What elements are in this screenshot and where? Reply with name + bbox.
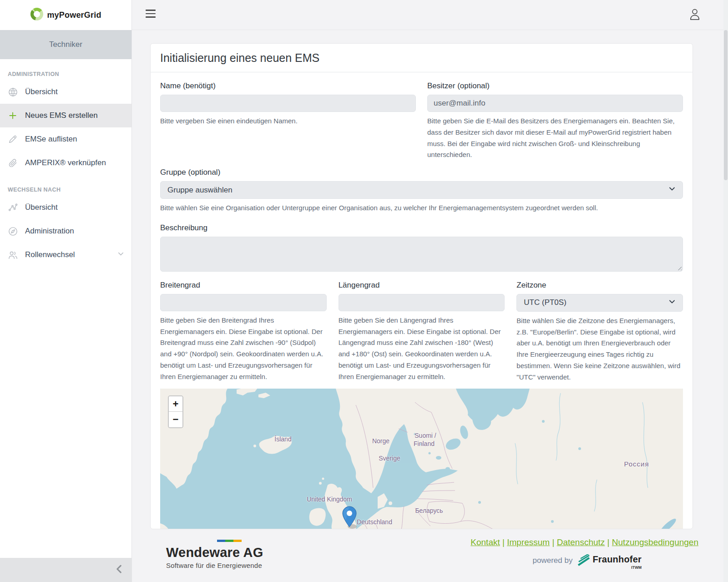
company-tagline: Software für die Energiewende [166, 562, 263, 569]
paperclip-icon [7, 157, 18, 168]
chevron-down-icon [117, 250, 124, 259]
sidebar-item-label: EMSe auflisten [25, 135, 77, 144]
chevron-down-icon [668, 185, 676, 195]
owner-help: Bitte geben Sie die E-Mail des Besitzers… [427, 116, 683, 161]
app-title: myPowerGrid [47, 10, 101, 20]
section-administration: ADMINISTRATION [8, 71, 131, 77]
field-latitude: Breitengrad Bitte geben Sie den Breiteng… [160, 281, 327, 383]
field-name: Name (benötigt) Bitte vergeben Sie einen… [160, 81, 416, 161]
scrollbar-thumb[interactable] [724, 30, 728, 180]
field-longitude: Längengrad Bitte geben Sie den Längengra… [339, 281, 505, 383]
sidebar-item-uebersicht-wechseln[interactable]: Übersicht [0, 196, 131, 219]
sidebar-item-uebersicht-admin[interactable]: Übersicht [0, 80, 131, 104]
timezone-select[interactable]: UTC (PT0S) [516, 294, 683, 312]
location-map[interactable]: Ísland Norge Suomi / Finland Sverige Uni… [160, 389, 683, 529]
sidebar-item-label: Neues EMS erstellen [25, 111, 98, 120]
chevron-left-icon [115, 565, 122, 575]
menu-toggle-button[interactable] [146, 10, 156, 20]
fraunhofer-itwm: ITWM [631, 565, 642, 570]
fraunhofer-logo: Fraunhofer ITWM [578, 554, 642, 570]
field-description: Beschreibung [160, 223, 683, 272]
card-title-row: Initialisierung eines neuen EMS [151, 44, 693, 72]
fraunhofer-name: Fraunhofer [592, 554, 642, 565]
app-root: myPowerGrid Techniker ADMINISTRATION Übe… [0, 0, 728, 582]
description-label: Beschreibung [160, 223, 683, 233]
powered-by: powered by Fraunhofer ITWM [533, 554, 642, 570]
ems-form: Name (benötigt) Bitte vergeben Sie einen… [151, 72, 693, 529]
sidebar-item-label: Administration [25, 227, 74, 236]
topbar [132, 0, 728, 30]
brand-logo[interactable]: myPowerGrid [0, 0, 131, 30]
name-help: Bitte vergeben Sie einen eindeutigen Nam… [160, 116, 416, 127]
owner-input[interactable] [427, 95, 683, 112]
chevron-down-icon [668, 298, 676, 308]
group-select[interactable]: Gruppe auswählen [160, 181, 683, 199]
longitude-help: Bitte geben Sie den Längengrad Ihres Ene… [339, 315, 505, 383]
powered-by-label: powered by [533, 556, 573, 565]
link-nutzungsbedingungen[interactable]: Nutzungsbedingungen [612, 537, 698, 547]
pencil-icon [7, 134, 18, 145]
link-impressum[interactable]: Impressum [507, 537, 550, 547]
field-timezone: Zeitzone UTC (PT0S) Bitte wählen Sie die… [516, 281, 683, 383]
section-wechseln-nach: WECHSELN NACH [8, 187, 131, 193]
description-textarea[interactable] [160, 237, 683, 272]
sidebar-collapse-button[interactable] [0, 558, 131, 582]
field-owner: Besitzer (optional) Bitte geben Sie die … [427, 81, 683, 161]
ems-init-card: Initialisierung eines neuen EMS Name (be… [150, 43, 693, 529]
latitude-help: Bitte geben Sie den Breitengrad Ihres En… [160, 315, 327, 383]
mypowergrid-logo-icon [30, 7, 44, 23]
sidebar-item-neues-ems[interactable]: Neues EMS erstellen [0, 104, 131, 127]
globe-icon [7, 86, 18, 97]
latitude-input[interactable] [160, 294, 327, 311]
link-kontakt[interactable]: Kontakt [470, 537, 500, 547]
zoom-out-button[interactable]: − [169, 412, 182, 427]
map-marker-pin[interactable] [342, 506, 357, 529]
sidebar-item-emse-auflisten[interactable]: EMSe auflisten [0, 127, 131, 151]
group-help: Bitte wählen Sie eine Organisation oder … [160, 202, 683, 214]
owner-label: Besitzer (optional) [427, 81, 683, 91]
compass-icon [7, 226, 18, 237]
name-label: Name (benötigt) [160, 81, 416, 91]
sidebar-item-label: Übersicht [25, 203, 58, 212]
timezone-help: Bitte wählen Sie die Zeitzone des Energi… [516, 315, 683, 383]
company-name: Wendeware AG [166, 545, 263, 560]
latitude-label: Breitengrad [160, 281, 327, 290]
sidebar-item-label: AMPERIX® verknüpfen [25, 158, 106, 167]
sidebar: myPowerGrid Techniker ADMINISTRATION Übe… [0, 0, 132, 582]
network-icon [7, 202, 18, 213]
longitude-label: Längengrad [339, 281, 505, 290]
map-tiles [160, 389, 683, 529]
group-select-value: Gruppe auswählen [167, 186, 233, 195]
longitude-input[interactable] [339, 294, 505, 311]
wendeware-logo: Wendeware AG Software für die Energiewen… [166, 540, 263, 569]
main-area: Initialisierung eines neuen EMS Name (be… [132, 0, 728, 582]
link-datenschutz[interactable]: Datenschutz [557, 537, 605, 547]
users-icon [7, 249, 18, 260]
plus-icon [7, 110, 18, 121]
wendeware-color-bar-icon [217, 540, 242, 542]
timezone-select-value: UTC (PT0S) [524, 298, 566, 307]
zoom-in-button[interactable]: + [169, 396, 182, 412]
role-label: Techniker [49, 40, 82, 49]
page-title: Initialisierung eines neuen EMS [160, 51, 683, 65]
page-scrollbar[interactable] [723, 0, 728, 582]
sidebar-item-rollenwechsel[interactable]: Rollenwechsel [0, 243, 131, 267]
sidebar-item-administration[interactable]: Administration [0, 219, 131, 243]
group-label: Gruppe (optional) [160, 168, 683, 177]
fraunhofer-stripes-icon [578, 554, 590, 566]
role-bar: Techniker [0, 30, 131, 59]
map-zoom-control: + − [168, 395, 183, 428]
sidebar-item-label: Rollenwechsel [25, 250, 75, 259]
user-account-button[interactable] [689, 8, 701, 22]
sidebar-item-amperix-verknuepfen[interactable]: AMPERIX® verknüpfen [0, 151, 131, 175]
footer-links: Kontakt | Impressum | Datenschutz | Nutz… [470, 537, 698, 547]
field-group: Gruppe (optional) Gruppe auswählen Bitte… [160, 168, 683, 214]
sidebar-item-label: Übersicht [25, 87, 58, 96]
name-input[interactable] [160, 95, 416, 112]
timezone-label: Zeitzone [516, 281, 683, 290]
